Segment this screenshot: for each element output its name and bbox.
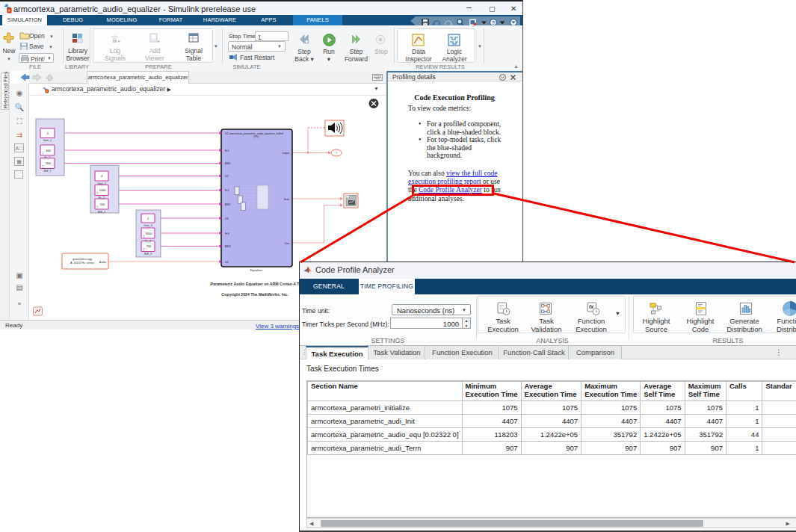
svg-text:BW_2: BW_2 bbox=[98, 211, 105, 214]
svg-text:BW_3: BW_3 bbox=[144, 253, 152, 256]
svg-text:guitar10min.ogg: guitar10min.ogg bbox=[72, 258, 92, 261]
svg-text:BW1: BW1 bbox=[225, 162, 230, 165]
svg-text:1: 1 bbox=[336, 152, 337, 155]
svg-text:BW3: BW3 bbox=[225, 245, 230, 248]
svg-text:In1: In1 bbox=[225, 261, 229, 264]
svg-text:Num: Num bbox=[284, 198, 289, 201]
svg-text:Fc3: Fc3 bbox=[225, 232, 229, 235]
svg-text:Fc_2: Fc_2 bbox=[99, 197, 105, 200]
svg-text:Den: Den bbox=[285, 242, 289, 245]
svg-text:Gain_1: Gain_1 bbox=[43, 139, 52, 142]
svg-text:?: ? bbox=[492, 19, 496, 25]
svg-text:fx: fx bbox=[589, 304, 594, 309]
svg-text:BW2: BW2 bbox=[225, 203, 230, 206]
svg-text:Fc_3: Fc_3 bbox=[145, 240, 151, 243]
svg-text:300: 300 bbox=[46, 149, 51, 152]
svg-text:Gain_3: Gain_3 bbox=[144, 224, 152, 227]
svg-text:armcortexa_parametric_audio_eq: armcortexa_parametric_audio_equalizer_md… bbox=[229, 132, 283, 135]
svg-text:G3: G3 bbox=[225, 217, 229, 220]
svg-text:3000: 3000 bbox=[146, 232, 153, 235]
svg-text:A: 44100 Hz, stereo: A: 44100 Hz, stereo bbox=[70, 262, 94, 265]
svg-text:Fc2: Fc2 bbox=[225, 189, 229, 192]
svg-text:(PIL): (PIL) bbox=[253, 135, 259, 138]
svg-text:Equalizer: Equalizer bbox=[250, 268, 263, 272]
svg-text:Parameteric Audio Equalizer on: Parameteric Audio Equalizer on ARM Corte… bbox=[211, 282, 300, 286]
svg-text:BW_1: BW_1 bbox=[44, 170, 52, 173]
svg-text:Copyright 2024 The MathWorks,: Copyright 2024 The MathWorks, Inc. bbox=[221, 292, 289, 297]
svg-text:Gain_2: Gain_2 bbox=[97, 182, 106, 185]
svg-text:Fc1: Fc1 bbox=[225, 149, 229, 152]
svg-text:Fc_1: Fc_1 bbox=[45, 156, 51, 159]
svg-text:500: 500 bbox=[100, 202, 105, 206]
svg-text:700: 700 bbox=[146, 244, 152, 248]
svg-text:300: 300 bbox=[46, 161, 51, 165]
svg-text:G2: G2 bbox=[225, 175, 229, 178]
svg-text:Audio: Audio bbox=[99, 261, 106, 264]
svg-text:1000: 1000 bbox=[99, 188, 107, 192]
svg-text:output: output bbox=[283, 152, 289, 155]
svg-text:G1: G1 bbox=[225, 132, 229, 135]
